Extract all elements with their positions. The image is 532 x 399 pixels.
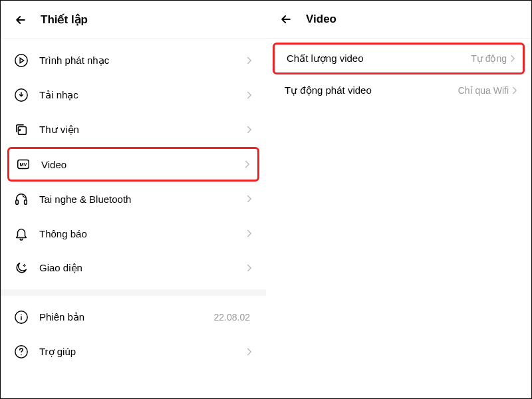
- help-circle-icon: [14, 344, 29, 359]
- item-label: Tai nghe & Bluetooth: [39, 194, 235, 205]
- chevron-right-icon: [246, 56, 253, 65]
- chevron-right-icon: [246, 229, 253, 238]
- library-icon: [14, 122, 29, 137]
- settings-item-thong-bao[interactable]: Thông báo: [1, 216, 266, 251]
- bell-icon: [14, 226, 29, 241]
- page-title: Thiết lập: [41, 13, 88, 27]
- settings-panel: Thiết lập Trình phát nhạcTải nhạcThư việ…: [1, 1, 266, 398]
- header: Thiết lập: [1, 1, 266, 36]
- item-label: Trình phát nhạc: [39, 55, 235, 66]
- settings-item-trinh-phat-nhac[interactable]: Trình phát nhạc: [1, 43, 266, 78]
- settings-list: Trình phát nhạcTải nhạcThư việnMVVideoTa…: [1, 39, 266, 373]
- chevron-right-icon: [246, 194, 253, 203]
- item-label: Phiên bản: [39, 311, 203, 323]
- video-item-tu-ong-phat-video[interactable]: Tự động phát videoChỉ qua Wifi: [266, 74, 531, 106]
- item-value: Tự động: [471, 53, 507, 64]
- item-label: Chất lượng video: [281, 53, 471, 65]
- item-value: 22.08.02: [214, 312, 251, 323]
- svg-rect-6: [25, 200, 27, 204]
- settings-item-tai-nhac[interactable]: Tải nhạc: [1, 78, 266, 112]
- settings-item-tai-nghe-bluetooth[interactable]: Tai nghe & Bluetooth: [1, 182, 266, 216]
- headphones-icon: [14, 192, 29, 206]
- header: Video: [266, 1, 531, 35]
- page-title: Video: [306, 13, 336, 26]
- video-item-chat-luong-video[interactable]: Chất lượng videoTự động: [273, 43, 525, 74]
- video-panel: Video Chất lượng videoTự độngTự động phá…: [266, 1, 531, 398]
- item-label: Video: [41, 159, 233, 170]
- chevron-right-icon: [511, 86, 518, 95]
- item-label: Thư viện: [39, 124, 235, 136]
- item-label: Trợ giúp: [39, 346, 235, 358]
- item-value: Chỉ qua Wifi: [458, 85, 509, 96]
- settings-item-thu-vien[interactable]: Thư viện: [1, 112, 266, 147]
- moon-icon: [14, 261, 29, 275]
- info-circle-icon: [14, 310, 29, 325]
- chevron-right-icon: [246, 90, 253, 100]
- settings-item-video[interactable]: MVVideo: [7, 147, 259, 182]
- item-label: Giao diện: [39, 262, 235, 274]
- back-icon[interactable]: [279, 13, 293, 26]
- video-list: Chất lượng videoTự độngTự động phát vide…: [266, 39, 531, 110]
- group-divider: [1, 289, 266, 296]
- settings-item-tro-giup[interactable]: Trợ giúp: [1, 334, 266, 369]
- settings-item-phien-ban[interactable]: Phiên bản22.08.02: [1, 300, 266, 334]
- settings-item-giao-dien[interactable]: Giao diện: [1, 251, 266, 285]
- svg-point-0: [15, 55, 27, 66]
- mv-icon: MV: [16, 157, 31, 172]
- play-circle-icon: [14, 53, 29, 68]
- item-label: Tải nhạc: [39, 89, 235, 101]
- item-label: Thông báo: [39, 228, 235, 239]
- item-label: Tự động phát video: [279, 84, 458, 96]
- svg-text:MV: MV: [20, 162, 27, 168]
- chevron-right-icon: [246, 347, 253, 356]
- chevron-right-icon: [246, 125, 253, 134]
- back-icon[interactable]: [14, 13, 27, 27]
- chevron-right-icon: [246, 263, 253, 273]
- chevron-right-icon: [509, 54, 516, 63]
- download-circle-icon: [14, 88, 29, 102]
- svg-rect-5: [16, 200, 19, 204]
- chevron-right-icon: [244, 160, 251, 169]
